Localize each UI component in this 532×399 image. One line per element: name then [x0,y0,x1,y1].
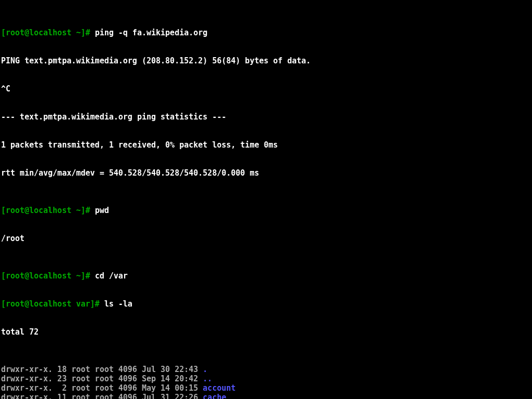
ls-filename: . [203,365,207,374]
ls-total: total 72 [1,327,531,337]
terminal[interactable]: [root@localhost ~]# ping -q fa.wikipedia… [0,0,532,399]
ls-listing: drwxr-xr-x. 18 root root 4096 Jul 30 22:… [1,365,531,399]
cmd-line-ls: [root@localhost var]# ls -la [1,299,531,309]
cmd-line-ping: [root@localhost ~]# ping -q fa.wikipedia… [1,28,531,37]
ping-stats-2: rtt min/avg/max/mdev = 540.528/540.528/5… [1,168,531,178]
ping-interrupt: ^C [1,84,531,94]
pwd-output: /root [1,234,531,243]
ls-filename: cache [203,393,226,399]
cmd-line-pwd: [root@localhost ~]# pwd [1,206,531,215]
cmd-line-cd: [root@localhost ~]# cd /var [1,271,531,281]
ping-stats-hdr: --- text.pmtpa.wikimedia.org ping statis… [1,112,531,122]
ls-filename: account [203,383,235,393]
ls-row: drwxr-xr-x. 18 root root 4096 Jul 30 22:… [1,365,531,374]
ping-stats-1: 1 packets transmitted, 1 received, 0% pa… [1,140,531,150]
ping-header: PING text.pmtpa.wikimedia.org (208.80.15… [1,56,531,65]
ls-row: drwxr-xr-x. 23 root root 4096 Sep 14 20:… [1,374,531,383]
ls-filename: .. [203,374,212,383]
ls-row: drwxr-xr-x. 2 root root 4096 May 14 00:1… [1,383,531,393]
ls-row: drwxr-xr-x. 11 root root 4096 Jul 31 22:… [1,393,531,399]
